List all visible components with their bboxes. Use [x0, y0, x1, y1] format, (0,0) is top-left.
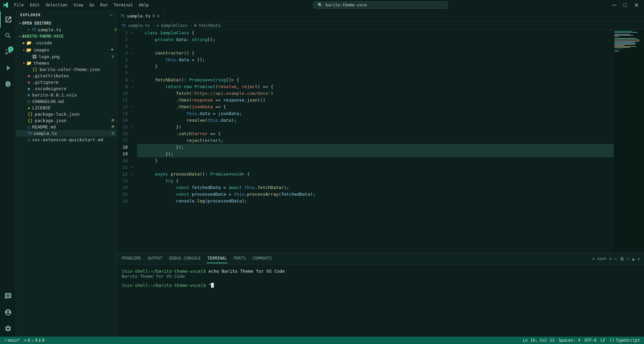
- info-count: 0: [42, 338, 44, 343]
- menu-terminal[interactable]: Terminal: [111, 2, 136, 8]
- search-text: barito-theme-vsce: [325, 3, 367, 7]
- activity-explorer[interactable]: [0, 11, 16, 28]
- code-content[interactable]: class SampleClass { private data: string…: [137, 30, 614, 253]
- status-language[interactable]: () TypeScript: [609, 338, 640, 343]
- spaces-text: Spaces: 4: [559, 338, 580, 343]
- code-line-9: return new Promise((resolve, reject) => …: [137, 83, 614, 90]
- new-file-icon[interactable]: ⋯: [110, 13, 113, 17]
- sidebar-item-images[interactable]: ▾ 📂 images •: [16, 46, 117, 53]
- folder-name-themes: themes: [34, 61, 117, 66]
- ts-badge: TS: [32, 28, 36, 32]
- fold-9[interactable]: ▾: [132, 83, 137, 90]
- close-button[interactable]: ✕: [632, 1, 641, 9]
- fold-16[interactable]: ▾: [132, 124, 137, 130]
- terminal-more-icon[interactable]: ⋯: [627, 256, 630, 261]
- panel-tabs: PROBLEMS OUTPUT DEBUG CONSOLE TERMINAL P…: [117, 253, 644, 265]
- fold-23[interactable]: ▾: [132, 171, 137, 178]
- sidebar-header-icons: ⋯: [110, 13, 113, 17]
- code-line-20: }: [137, 157, 614, 164]
- activity-chat[interactable]: [0, 288, 16, 304]
- tab-sample-ts[interactable]: TS sample.ts U ✕: [117, 10, 163, 22]
- open-editors-section[interactable]: ▾ OPEN EDITORS: [16, 20, 117, 27]
- language-icon: (): [609, 338, 614, 343]
- status-errors[interactable]: ✕ 0 ⚠ 0 ℹ 0: [24, 338, 44, 343]
- tab-close-button[interactable]: ✕: [157, 13, 159, 18]
- breadcrumb-sep-1: ›: [152, 23, 154, 28]
- tab-comments[interactable]: COMMENTS: [252, 254, 273, 263]
- menu-run[interactable]: Run: [97, 2, 110, 8]
- status-branch[interactable]: ⑂ main*: [4, 338, 20, 343]
- sidebar-item-gitignore[interactable]: ◆ .gitignore: [16, 79, 117, 85]
- language-text: TypeScript: [616, 338, 640, 343]
- menu-view[interactable]: View: [71, 2, 86, 8]
- activity-extensions[interactable]: [0, 76, 16, 92]
- breadcrumb-method[interactable]: fetchData: [199, 23, 220, 28]
- sidebar-item-license[interactable]: ★ LICENSE: [16, 105, 117, 111]
- folder-icon: 📁: [26, 40, 32, 45]
- fold-arrows-column: ▾ ▾ ▾ ▾ ▾ ▾ ▾ ▾: [132, 30, 137, 253]
- status-spaces[interactable]: Spaces: 4: [559, 338, 580, 343]
- tab-ports[interactable]: PORTS: [233, 254, 246, 263]
- menu-file[interactable]: File: [11, 2, 27, 8]
- vscodeignore-icon: ◆: [28, 86, 30, 91]
- activity-settings[interactable]: [0, 320, 16, 337]
- terminal-new-icon[interactable]: +: [609, 256, 612, 261]
- menu-edit[interactable]: Edit: [27, 2, 42, 8]
- fold-1[interactable]: ▾: [132, 30, 137, 36]
- breadcrumb-file[interactable]: sample.ts: [128, 23, 150, 28]
- bash-label: ⊙: [593, 257, 595, 261]
- activity-search[interactable]: [0, 28, 16, 44]
- status-line-ending[interactable]: LF: [601, 338, 605, 343]
- fold-22[interactable]: ▾: [132, 164, 137, 171]
- terminal-prompt-1: [nix-shell:~/barito-theme-vsce]$: [122, 269, 206, 274]
- minimize-button[interactable]: ─: [610, 1, 619, 9]
- open-file-sample-ts[interactable]: ✕ TS sample.ts U: [16, 27, 117, 33]
- activity-run[interactable]: [0, 60, 16, 76]
- panel-close-icon[interactable]: ✕: [637, 256, 640, 261]
- menu-help[interactable]: Help: [136, 2, 152, 8]
- menu-selection[interactable]: Selection: [43, 2, 70, 8]
- sidebar-item-quickstart[interactable]: ○ vsc-extension-quickstart.md: [16, 137, 117, 143]
- fold-4[interactable]: ▾: [132, 50, 137, 56]
- code-line-12: .then(jsonData => {: [137, 104, 614, 110]
- close-icon[interactable]: ✕: [28, 28, 30, 32]
- global-search-bar[interactable]: 🔍 barito-theme-vsce: [313, 1, 448, 9]
- sidebar-item-readme[interactable]: ○ README.md M: [16, 124, 117, 130]
- position-text: Ln 19, Col 12: [523, 338, 555, 343]
- package-json-badge: M: [112, 118, 114, 123]
- sidebar-item-vscode[interactable]: ▶ 📁 .vscode: [16, 40, 117, 46]
- branch-name: main*: [8, 338, 20, 343]
- sidebar-item-logo[interactable]: 🖼 logo.png U: [16, 53, 117, 60]
- maximize-button[interactable]: □: [621, 1, 630, 9]
- fold-8[interactable]: ▾: [132, 77, 137, 83]
- tab-problems[interactable]: PROBLEMS: [121, 254, 142, 263]
- terminal-cursor-line: ^: [208, 283, 211, 288]
- status-encoding[interactable]: UTF-8: [585, 338, 597, 343]
- sidebar: EXPLORER ⋯ ▾ OPEN EDITORS ✕ TS sample.ts…: [16, 10, 117, 337]
- tab-terminal[interactable]: TERMINAL: [207, 254, 228, 263]
- status-position[interactable]: Ln 19, Col 12: [523, 338, 555, 343]
- terminal-split-icon[interactable]: ⋯: [614, 256, 617, 261]
- menu-go[interactable]: Go: [87, 2, 97, 8]
- terminal-maximize-icon[interactable]: ▲: [632, 256, 635, 261]
- code-line-8: fetchData(): Promise<string[]> {: [137, 77, 614, 83]
- sidebar-item-sample-ts[interactable]: TS sample.ts U: [16, 130, 117, 137]
- sidebar-item-package-lock[interactable]: {} package-lock.json: [16, 111, 117, 117]
- terminal-kill-icon[interactable]: 🗑: [620, 256, 624, 261]
- sidebar-item-changelog[interactable]: ○ CHANGELOG.md: [16, 98, 117, 105]
- project-section[interactable]: ▾ BARITO-THEME-VSCE: [16, 33, 117, 40]
- sidebar-item-package-json[interactable]: {} package.json M: [16, 117, 117, 124]
- activity-account[interactable]: [0, 304, 16, 320]
- tab-debug-console[interactable]: DEBUG CONSOLE: [168, 254, 201, 263]
- fold-12[interactable]: ▾: [132, 104, 137, 110]
- breadcrumb-class[interactable]: SampleClass: [161, 23, 188, 28]
- activity-source-control[interactable]: 4: [0, 44, 16, 60]
- sidebar-item-gitattributes[interactable]: ◆ .gitattributes: [16, 73, 117, 79]
- sidebar-item-theme-json[interactable]: {} barito-color-theme.json: [16, 66, 117, 73]
- sidebar-item-vsix[interactable]: ≡ barito-0.0.1.vsix: [16, 92, 117, 98]
- terminal-content[interactable]: [nix-shell:~/barito-theme-vsce]$ echo Ba…: [117, 265, 644, 337]
- sidebar-item-vscodeignore[interactable]: ◆ .vscodeignore: [16, 85, 117, 92]
- titlebar-left: File Edit Selection View Go Run Terminal…: [3, 2, 152, 8]
- sidebar-item-themes[interactable]: ▾ 📁 themes: [16, 60, 117, 66]
- tab-output[interactable]: OUTPUT: [147, 254, 163, 263]
